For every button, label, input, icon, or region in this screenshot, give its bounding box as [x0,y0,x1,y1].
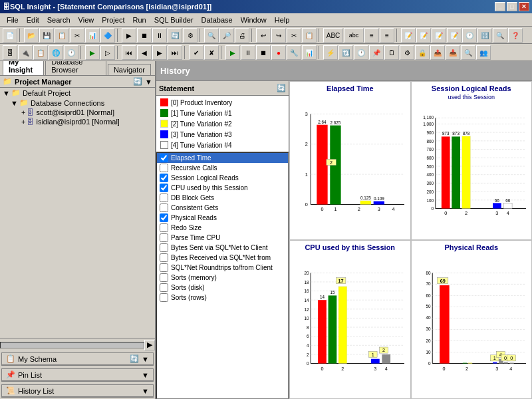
tb2-commit[interactable]: ✔ [189,45,203,60]
menu-view[interactable]: View [74,15,98,25]
check-consistent-gets[interactable] [160,203,168,212]
check-db-block-gets[interactable] [160,194,168,202]
tb-copy[interactable]: 📋 [55,28,69,43]
tb-refresh[interactable]: 🔄 [168,28,182,43]
tb2-misc9[interactable]: 📤 [430,45,445,60]
tb-zoom-out[interactable]: 🔎 [219,28,234,43]
check-cpu-session[interactable] [160,184,168,192]
tree-connection-1[interactable]: + 🗄 scott@isiprd01 [Normal] [0,108,155,117]
menu-edit[interactable]: Edit [23,15,43,25]
tb2-clock[interactable]: 🕐 [64,45,78,60]
tb2-clock2[interactable]: 🕐 [354,45,368,60]
check-physical-reads[interactable] [160,213,168,222]
metric-bytes-received[interactable]: Bytes Received via SQL*Net from [157,253,288,263]
check-redo-size[interactable] [160,223,168,232]
tb-find[interactable]: 🔍 [493,28,507,43]
tb2-misc3[interactable]: ⚡ [323,45,338,60]
metric-roundtrips[interactable]: SQL*Net Roundtrips to/from Client [157,263,288,273]
tb2-misc7[interactable]: ⚙ [400,45,414,60]
tb-cut[interactable]: ✂ [70,28,84,43]
tb-settings[interactable]: ⚙ [183,28,198,43]
tb-align-right[interactable]: ≡ [380,28,394,43]
menu-help[interactable]: Help [271,15,294,25]
tb2-misc6[interactable]: 🗒 [384,45,399,60]
tb-redo[interactable]: ↪ [271,28,286,43]
check-sorts-disk[interactable] [160,283,168,292]
tree-db-connections[interactable]: ▼ 📁 Database Connections [0,98,155,108]
tb-print[interactable]: 🖨 [235,28,249,43]
tb-help[interactable]: ❓ [508,28,523,43]
metric-cpu-session[interactable]: CPU used by this Session [157,183,288,193]
menu-database[interactable]: Database [198,15,237,25]
tree-default-project[interactable]: ▼ 📁 Default Project [0,88,155,98]
tb-clock[interactable]: 🕐 [462,28,477,43]
check-roundtrips[interactable] [160,263,168,272]
tb2-misc1[interactable]: 🔧 [287,45,301,60]
check-recursive-calls[interactable] [160,164,168,172]
check-sorts-memory[interactable] [160,273,168,282]
metric-db-block-gets[interactable]: DB Block Gets [157,193,288,203]
history-expand[interactable]: ▼ [142,387,149,395]
check-parse-time[interactable] [160,233,168,242]
menu-run[interactable]: Run [128,15,150,25]
metric-recursive-calls[interactable]: Recursive Calls [157,163,288,173]
tb-save[interactable]: 💾 [39,28,54,43]
tb-zoom-in[interactable]: 🔍 [204,28,219,43]
tb-format1[interactable]: 📝 [401,28,416,43]
tb-open[interactable]: 📂 [24,28,39,43]
tb-play[interactable]: ▶ [122,28,136,43]
tb-undo[interactable]: ↩ [256,28,271,43]
tab-navigator[interactable]: Navigator [108,64,151,75]
pin-list-header[interactable]: 📌 Pin List ▼ [2,369,153,381]
tab-db-browser[interactable]: Database Browser [45,61,106,75]
metric-sorts-rows[interactable]: Sorts (rows) [157,293,288,303]
tb2-play3[interactable]: ▶ [225,45,240,60]
tb-align-left[interactable]: ≡ [364,28,379,43]
tb2-stop2[interactable]: ⏹ [256,45,271,60]
menu-file[interactable]: File [3,15,23,25]
metric-consistent-gets[interactable]: Consistent Gets [157,203,288,213]
tb2-prev[interactable]: ◀ [137,45,152,60]
tb2-misc2[interactable]: 📊 [302,45,317,60]
tb2-last[interactable]: ⏭ [168,45,182,60]
scroll-right[interactable]: ▶ [144,340,155,350]
tb-text2[interactable]: abc [344,28,364,43]
minimize-button[interactable]: _ [495,2,505,11]
refresh-schema[interactable]: 🔄 [130,354,139,363]
tb2-misc10[interactable]: 📥 [446,45,460,60]
history-list-header[interactable]: 📜 History List ▼ [2,385,153,397]
tb-paste2[interactable]: 📋 [302,28,317,43]
tb2-misc8[interactable]: 🔒 [415,45,430,60]
tree-connection-2[interactable]: + 🗄 isidian@isiprd01 [Normal] [0,117,155,126]
menu-sql-builder[interactable]: SQL Builder [150,15,198,25]
tb2-pause2[interactable]: ⏸ [241,45,255,60]
tb2-misc4[interactable]: 🔃 [338,45,353,60]
tb-scissors[interactable]: ✂ [287,28,301,43]
tb2-run[interactable]: ▶ [85,45,100,60]
tb-format4[interactable]: 📝 [447,28,462,43]
tb-format3[interactable]: 📝 [432,28,446,43]
refresh-icon[interactable]: 🔄 [133,77,142,86]
metric-session-logical-reads[interactable]: Session Logical Reads [157,173,288,183]
tb2-first[interactable]: ⏮ [122,45,136,60]
tb2-browse[interactable]: 🌐 [49,45,63,60]
refresh-statements[interactable]: 🔄 [277,84,286,92]
menu-project[interactable]: Project [98,15,128,25]
check-sorts-rows[interactable] [160,293,168,302]
my-schema-header[interactable]: 📋 My Schema 🔄 ▼ [2,353,153,365]
menu-search[interactable]: Search [43,15,74,25]
check-bytes-sent[interactable] [160,243,168,252]
check-session-lr[interactable] [160,174,168,182]
tab-my-insight[interactable]: My Insight [3,61,44,75]
metric-sorts-memory[interactable]: Sorts (memory) [157,273,288,283]
tb2-misc12[interactable]: 👥 [476,45,491,60]
metric-bytes-sent[interactable]: Bytes Sent via SQL*Net to Client [157,243,288,253]
tb-bar-chart[interactable]: 📊 [85,28,100,43]
metric-elapsed-time[interactable]: Elapsed Time [157,153,288,163]
tb2-connect[interactable]: 🔌 [18,45,33,60]
tb-text1[interactable]: ABC [323,28,343,43]
tb-calc[interactable]: 🔢 [477,28,492,43]
tb2-next[interactable]: ▶ [152,45,167,60]
tb-pause[interactable]: ⏸ [152,28,167,43]
tb-format2[interactable]: 📝 [416,28,431,43]
